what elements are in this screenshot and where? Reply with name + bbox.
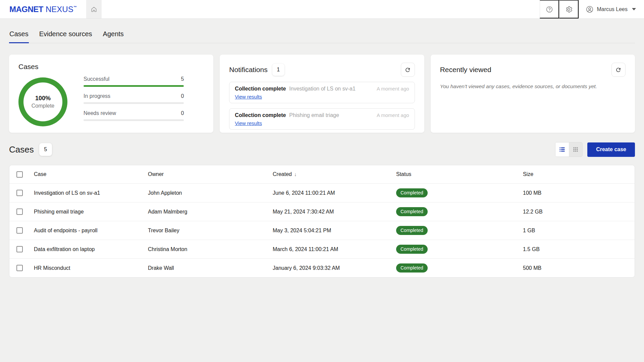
help-icon — [546, 6, 553, 13]
refresh-icon — [615, 67, 622, 73]
list-view-button[interactable] — [555, 142, 569, 157]
header-spacer — [102, 0, 540, 18]
sort-descending-icon: ↓ — [294, 171, 297, 177]
status-badge: Completed — [396, 207, 428, 216]
created-cell: May 21, 2024 7:30:42 AM — [273, 209, 396, 215]
created-cell: March 6, 2024 11:00:21 AM — [273, 246, 396, 252]
gear-icon — [565, 6, 573, 13]
trademark-symbol: ™ — [73, 5, 77, 9]
create-case-button[interactable]: Create case — [587, 142, 635, 157]
select-all-checkbox[interactable] — [16, 171, 23, 178]
notifications-card: Notifications 1 Collection complete Inve… — [220, 55, 424, 133]
magnet-nexus-logo: MAGNET NEXUS™ — [0, 0, 86, 18]
size-cell: 500 MB — [523, 265, 635, 271]
case-name-cell[interactable]: Phishing email triage — [34, 209, 148, 215]
case-name-cell[interactable]: Data exfiltration on laptop — [34, 246, 148, 252]
stat-progress-fill — [84, 85, 184, 87]
settings-button[interactable] — [559, 0, 579, 18]
stat-value: 0 — [181, 93, 184, 99]
table-row[interactable]: Audit of endpoints - payroll Trevor Bail… — [9, 221, 635, 240]
logo-word-nexus: NEXUS™ — [46, 5, 77, 14]
size-cell: 100 MB — [523, 190, 635, 196]
notification-title: Collection complete — [235, 112, 286, 118]
status-badge: Completed — [396, 226, 428, 235]
row-checkbox[interactable] — [16, 208, 23, 215]
help-button[interactable] — [540, 0, 559, 18]
case-name-cell[interactable]: Investigation of LS on sv-a1 — [34, 190, 148, 196]
column-header-owner[interactable]: Owner — [148, 171, 273, 177]
recently-viewed-refresh-button[interactable] — [611, 63, 626, 77]
column-header-case[interactable]: Case — [34, 171, 148, 177]
stat-label: In progress — [84, 93, 110, 99]
stat-row: In progress 0 — [84, 93, 184, 104]
case-name-cell[interactable]: HR Misconduct — [34, 265, 148, 271]
user-menu[interactable]: Marcus Lees — [579, 0, 644, 18]
tab-agents[interactable]: Agents — [103, 29, 124, 43]
stat-progress-track — [84, 102, 184, 104]
recently-viewed-empty-message: You haven't viewed any cases, evidence s… — [440, 83, 626, 89]
cases-table: Case Owner Created↓ Status Size Investig… — [9, 165, 635, 278]
recently-viewed-card: Recently viewed You haven't viewed any c… — [431, 55, 635, 133]
stat-label: Successful — [84, 76, 109, 82]
column-header-size[interactable]: Size — [523, 171, 635, 177]
stat-value: 5 — [181, 76, 184, 82]
cases-summary-card: Cases 100% Complete Successful 5 — [9, 55, 213, 133]
notifications-refresh-button[interactable] — [401, 63, 415, 77]
column-header-status[interactable]: Status — [396, 171, 523, 177]
user-name: Marcus Lees — [597, 6, 628, 12]
stat-progress-track — [84, 85, 184, 87]
donut-center: 100% Complete — [23, 82, 62, 121]
tab-evidence-sources[interactable]: Evidence sources — [39, 29, 93, 43]
recently-viewed-title: Recently viewed — [440, 66, 491, 74]
list-view-icon — [559, 146, 566, 153]
notification-item: Collection complete Investigation of LS … — [229, 82, 415, 103]
app-header: MAGNET NEXUS™ Marcus Lees — [0, 0, 644, 19]
size-cell: 1 GB — [523, 228, 635, 234]
cases-summary-body: 100% Complete Successful 5 — [18, 76, 204, 127]
row-checkbox[interactable] — [16, 265, 23, 271]
row-checkbox[interactable] — [16, 246, 23, 252]
logo-word-magnet: MAGNET — [9, 5, 43, 14]
size-cell: 12.2 GB — [523, 209, 635, 215]
status-cell: Completed — [396, 207, 523, 216]
notification-timestamp: A moment ago — [377, 112, 409, 118]
case-name-cell[interactable]: Audit of endpoints - payroll — [34, 228, 148, 234]
table-row[interactable]: Phishing email triage Adam Malmberg May … — [9, 202, 635, 221]
stat-row: Needs review 0 — [84, 110, 184, 121]
owner-cell: Adam Malmberg — [148, 209, 273, 215]
status-cell: Completed — [396, 226, 523, 235]
owner-cell: Christina Morton — [148, 246, 273, 252]
table-row[interactable]: HR Misconduct Drake Wall January 6, 2024… — [9, 258, 635, 277]
stat-label: Needs review — [84, 110, 116, 116]
cases-summary-title: Cases — [18, 63, 204, 71]
created-cell: January 6, 2024 9:03:32 AM — [273, 265, 396, 271]
cases-count-badge: 5 — [39, 143, 52, 156]
status-badge: Completed — [396, 263, 428, 273]
view-results-link[interactable]: View results — [235, 120, 409, 126]
view-results-link[interactable]: View results — [235, 94, 409, 100]
created-cell: June 6, 2024 11:00:21 AM — [273, 190, 396, 196]
stat-value: 0 — [181, 110, 184, 116]
table-row[interactable]: Data exfiltration on laptop Christina Mo… — [9, 240, 635, 258]
notification-subject: Phishing email triage — [289, 112, 373, 118]
owner-cell: Drake Wall — [148, 265, 273, 271]
refresh-icon — [405, 67, 411, 73]
home-button[interactable] — [86, 0, 102, 18]
table-header-row: Case Owner Created↓ Status Size — [9, 165, 635, 183]
notification-subject: Investigation of LS on sv-a1 — [289, 86, 373, 92]
notification-title: Collection complete — [235, 86, 286, 92]
notification-item: Collection complete Phishing email triag… — [229, 108, 415, 130]
cases-section-title: Cases — [9, 144, 34, 155]
grid-view-button[interactable] — [569, 142, 582, 157]
case-status-stats: Successful 5 In progress 0 — [84, 76, 204, 127]
row-checkbox[interactable] — [16, 227, 23, 234]
tab-cases[interactable]: Cases — [9, 29, 29, 43]
status-badge: Completed — [396, 245, 428, 254]
status-cell: Completed — [396, 263, 523, 273]
owner-cell: Trevor Bailey — [148, 228, 273, 234]
row-checkbox[interactable] — [16, 190, 23, 196]
table-row[interactable]: Investigation of LS on sv-a1 John Applet… — [9, 183, 635, 202]
cases-section-header: Cases 5 Create case — [9, 142, 635, 157]
column-header-created[interactable]: Created↓ — [273, 171, 396, 177]
home-icon — [91, 6, 97, 13]
